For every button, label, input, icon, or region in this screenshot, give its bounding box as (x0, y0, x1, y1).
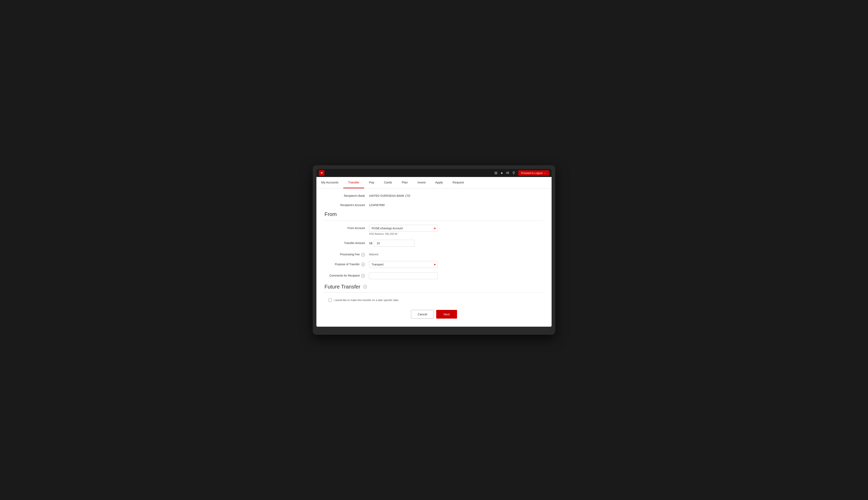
nav-item-cards[interactable]: Cards (379, 177, 397, 188)
future-transfer-title: Future Transfer (324, 284, 361, 290)
cancel-button[interactable]: Cancel (411, 310, 434, 319)
user-icon[interactable]: ● (501, 171, 503, 175)
nav-item-pay[interactable]: Pay (364, 177, 379, 188)
grid-icon[interactable]: ⊞ (494, 171, 498, 175)
processing-fee-row: Processing Fee i Waived (324, 251, 544, 257)
future-transfer-checkbox-label: I would like to make this transfer on a … (334, 298, 399, 302)
recipient-account-row: Recipient's Account 1234567890 (324, 202, 544, 207)
logout-button[interactable]: Proceed to Logout → (518, 170, 549, 176)
nav-item-my-accounts[interactable]: My Accounts (317, 177, 343, 188)
logout-icon: → (544, 171, 546, 174)
button-row: Cancel Next (324, 310, 544, 321)
next-button[interactable]: Next (436, 310, 457, 319)
mail-icon[interactable]: ✉ (506, 171, 509, 175)
close-button[interactable]: ✕ (319, 170, 324, 176)
purpose-of-transfer-row: Purpose of Transfer i Transport ▾ (324, 261, 544, 268)
future-title-row: Future Transfer i (324, 284, 544, 290)
from-account-row: From Account POSB eSavings Account ▾ SGD… (324, 225, 544, 235)
nav-bar: My Accounts Transfer Pay Cards Plan Inve… (317, 177, 551, 189)
comments-row: Comments for Recipient i (324, 272, 544, 279)
nav-item-plan[interactable]: Plan (397, 177, 413, 188)
from-divider (324, 220, 544, 221)
transfer-amount-row: Transfer Amount S$ (324, 240, 544, 247)
nav-item-invest[interactable]: Invest (413, 177, 430, 188)
purpose-of-transfer-label: Purpose of Transfer i (324, 261, 369, 266)
laptop-screen: ✕ ⊞ ● ✉ ⚲ Proceed to Logout → My Account… (317, 169, 551, 327)
processing-fee-value: Waived (369, 251, 378, 256)
future-transfer-checkbox[interactable] (329, 298, 332, 302)
future-divider (324, 292, 544, 293)
processing-fee-info-icon[interactable]: i (361, 253, 365, 257)
processing-fee-label: Processing Fee i (324, 251, 369, 257)
comments-label: Comments for Recipient i (324, 272, 369, 277)
from-section-title: From (324, 211, 544, 217)
balance-hint: SGD Balance: S$1,400.94 (369, 232, 438, 235)
purpose-info-icon[interactable]: i (361, 263, 365, 266)
comments-input[interactable] (369, 272, 438, 279)
comments-info-icon[interactable]: i (361, 274, 365, 277)
recipient-bank-value: UNITED OVERSEAS BANK LTD (369, 193, 410, 197)
search-icon[interactable]: ⚲ (512, 171, 515, 175)
recipient-bank-row: Recipient's Bank UNITED OVERSEAS BANK LT… (324, 193, 544, 197)
laptop-frame: ✕ ⊞ ● ✉ ⚲ Proceed to Logout → My Account… (313, 165, 555, 334)
top-icons: ⊞ ● ✉ ⚲ Proceed to Logout → (494, 170, 549, 176)
future-transfer-section: Future Transfer i I would like to make t… (324, 284, 544, 304)
future-transfer-info-icon[interactable]: i (363, 285, 367, 288)
from-account-field: POSB eSavings Account ▾ SGD Balance: S$1… (369, 225, 438, 235)
from-account-select[interactable]: POSB eSavings Account (369, 225, 438, 232)
content-area: Recipient's Bank UNITED OVERSEAS BANK LT… (317, 189, 551, 327)
transfer-amount-label: Transfer Amount (324, 240, 369, 245)
purpose-select-wrapper: Transport ▾ (369, 261, 438, 268)
nav-item-request[interactable]: Request (448, 177, 469, 188)
from-account-select-wrapper: POSB eSavings Account ▾ (369, 225, 438, 232)
recipient-bank-label: Recipient's Bank (324, 193, 369, 197)
amount-row: S$ (369, 240, 414, 247)
nav-item-transfer[interactable]: Transfer (343, 177, 364, 188)
amount-input[interactable] (374, 240, 414, 247)
from-account-label: From Account (324, 225, 369, 230)
nav-item-apply[interactable]: Apply (430, 177, 448, 188)
currency-label: S$ (369, 242, 373, 245)
future-transfer-checkbox-row: I would like to make this transfer on a … (324, 297, 544, 304)
logout-label: Proceed to Logout (521, 171, 542, 174)
top-bar: ✕ ⊞ ● ✉ ⚲ Proceed to Logout → (317, 169, 551, 177)
recipient-account-value: 1234567890 (369, 202, 385, 207)
purpose-select[interactable]: Transport (369, 261, 438, 268)
recipient-account-label: Recipient's Account (324, 202, 369, 207)
